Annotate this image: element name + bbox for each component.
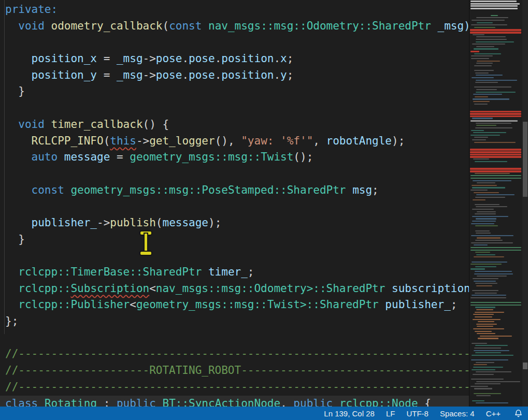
status-cursor-position[interactable]: Ln 139, Col 28	[324, 409, 375, 418]
code-token: void	[18, 20, 45, 32]
minimap-row	[470, 170, 521, 172]
code-token: (),	[215, 135, 241, 147]
code-token	[333, 397, 339, 407]
code-token: ->	[97, 216, 110, 229]
code-line[interactable]: //--------------------ROTATING_ROBOT----…	[5, 363, 469, 379]
code-token: rclcpp::Node	[339, 397, 418, 407]
minimap-row	[475, 73, 489, 74]
code-token: public	[117, 397, 156, 407]
status-indentation[interactable]: Spaces: 4	[440, 409, 475, 418]
code-line[interactable]	[5, 248, 469, 264]
code-token: get_logger	[149, 135, 215, 147]
minimap-row	[476, 362, 494, 363]
code-token	[156, 397, 163, 407]
code-line[interactable]: private:	[5, 2, 469, 18]
status-bar: Ln 139, Col 28LFUTF-8Spaces: 4C++	[0, 407, 528, 420]
code-token: const	[169, 20, 202, 32]
code-token: timer_callback	[51, 118, 143, 131]
minimap-row	[474, 273, 513, 274]
scrollbar-thumb[interactable]	[523, 122, 527, 197]
minimap-row	[475, 197, 506, 198]
code-line[interactable]: rclcpp::Publisher<geometry_msgs::msg::Tw…	[5, 297, 469, 313]
minimap-row	[470, 156, 521, 158]
minimap-row	[476, 254, 495, 255]
code-token: pose	[156, 52, 182, 65]
code-token: .	[274, 69, 280, 81]
bell-icon[interactable]	[514, 409, 523, 418]
code-token: }	[5, 85, 25, 97]
code-token: publish	[110, 216, 156, 229]
code-line[interactable]	[5, 166, 469, 182]
code-line[interactable]: RCLCPP_INFO(this->get_logger(), "yaw: '%…	[5, 133, 469, 150]
minimap-row	[470, 247, 521, 248]
minimap-row	[476, 46, 494, 47]
minimap-row	[471, 130, 484, 131]
code-line[interactable]: };	[5, 313, 469, 330]
minimap-row	[470, 51, 479, 52]
code-token: ;	[451, 298, 458, 311]
minimap-row	[473, 158, 489, 160]
minimap-row	[470, 115, 521, 118]
scrollbar-track[interactable]	[522, 0, 528, 407]
status-eol-sequence[interactable]: LF	[386, 409, 395, 418]
code-line[interactable]	[5, 34, 469, 51]
minimap-row	[472, 295, 506, 296]
minimap-row	[470, 386, 488, 387]
code-line[interactable]: publisher_->publish(message);	[5, 215, 469, 231]
minimap-row	[476, 309, 493, 310]
minimap-row	[474, 350, 509, 351]
minimap-row	[474, 393, 501, 394]
minimap-row	[474, 192, 499, 193]
minimap-row	[472, 216, 508, 217]
code-line[interactable]: rclcpp::Subscription<nav_msgs::msg::Odom…	[5, 281, 469, 297]
code-token: ->	[143, 52, 156, 65]
minimap-row	[472, 77, 494, 78]
code-line[interactable]	[5, 100, 469, 117]
minimap-row	[473, 180, 511, 181]
code-line[interactable]: //--------------------------------------…	[5, 379, 469, 396]
code-token: (	[162, 20, 169, 32]
code-token	[5, 298, 18, 311]
code-line[interactable]	[5, 198, 469, 215]
code-token: ();	[293, 151, 313, 163]
code-line[interactable]: auto message = geometry_msgs::msg::Twist…	[5, 149, 469, 166]
minimap-row	[470, 113, 521, 115]
minimap-row	[473, 199, 486, 200]
scrollbar-marker	[523, 363, 527, 369]
minimap-row	[476, 39, 507, 40]
status-encoding[interactable]: UTF-8	[406, 409, 429, 418]
minimap[interactable]	[469, 0, 523, 407]
ibeam-bottom-serif	[140, 252, 151, 255]
code-token: .	[182, 52, 189, 65]
code-token: };	[5, 315, 18, 327]
code-line[interactable]	[5, 330, 469, 346]
minimap-row	[470, 149, 521, 151]
code-line[interactable]: //--------------------------------------…	[5, 346, 469, 363]
code-line[interactable]: position_y = _msg->pose.pose.position.y;	[5, 67, 469, 84]
code-line[interactable]: const geometry_msgs::msg::PoseStamped::S…	[5, 182, 469, 199]
code-line[interactable]: position_x = _msg->pose.pose.position.x;	[5, 51, 469, 67]
code-token: _msg	[117, 69, 143, 81]
code-token: .	[215, 52, 222, 65]
code-line[interactable]: class Rotating : public BT::SyncActionNo…	[5, 396, 469, 407]
minimap-row	[474, 27, 495, 28]
error-squiggle-token: Subscription	[70, 282, 149, 295]
status-language-mode[interactable]: C++	[486, 409, 501, 418]
code-line[interactable]: }	[5, 83, 469, 100]
code-line[interactable]: void timer_callback() {	[5, 117, 469, 133]
minimap-row	[472, 262, 508, 263]
code-line[interactable]: void odometry_callback(const nav_msgs::m…	[5, 18, 469, 35]
minimap-row	[475, 230, 490, 231]
minimap-row	[476, 324, 497, 325]
minimap-row	[472, 209, 494, 210]
code-editor[interactable]: private: void odometry_callback(const na…	[0, 0, 469, 407]
minimap-row	[470, 1, 517, 2]
minimap-row	[477, 333, 495, 334]
code-token: :	[97, 397, 117, 407]
code-line[interactable]: rclcpp::TimerBase::SharedPtr timer_;	[5, 264, 469, 281]
indent-guide	[4, 0, 5, 334]
minimap-row	[475, 271, 512, 272]
code-line[interactable]: }	[5, 231, 469, 248]
code-token: (	[104, 135, 110, 147]
code-token: geometry_msgs::msg::Twist	[136, 298, 300, 311]
